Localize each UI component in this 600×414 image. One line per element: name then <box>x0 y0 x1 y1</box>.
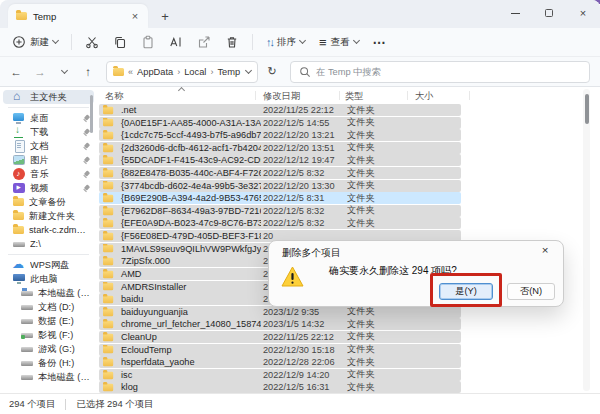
navigation-pane: 主文件夹桌面下载文档图片音乐视频文章备份新建文件夹stark-c.zdm999.… <box>0 87 97 393</box>
breadcrumb-segment[interactable]: Local <box>184 67 206 77</box>
vertical-scrollbar[interactable] <box>583 89 590 391</box>
rename-button[interactable] <box>163 32 189 52</box>
sidebar-item[interactable]: 音乐 <box>3 167 94 181</box>
sidebar-item[interactable]: 此电脑 <box>3 272 94 286</box>
table-row[interactable]: {E7962D8F-8634-49a3-97BD-7216C3...2022/1… <box>99 205 461 217</box>
sidebar-item[interactable]: 主文件夹 <box>3 90 94 104</box>
breadcrumb-segment[interactable]: AppData <box>137 67 173 77</box>
sidebar-item[interactable]: 数据 (E:) <box>3 314 94 328</box>
sidebar-item[interactable]: 文章备份 <box>3 195 94 209</box>
chevron-down-icon[interactable] <box>245 66 252 73</box>
sidebar-item[interactable]: 本地磁盘 (C:) <box>3 286 94 300</box>
view-button[interactable]: ≡ 查看 <box>313 33 365 52</box>
table-row[interactable]: {EFE0A9DA-B023-47c9-8C76-B73033...2022/1… <box>99 217 461 229</box>
table-row[interactable]: baiduyunguanjia2023/1/2 9:35文件夹 <box>99 306 461 318</box>
sidebar-group-divider <box>8 254 89 255</box>
column-header-name[interactable]: 名称 <box>105 90 124 103</box>
type-cell: 文件夹 <box>347 104 413 117</box>
sidebar-item[interactable]: stark-c.zdm999.e <box>3 223 94 237</box>
file-name-cell: {F56E08ED-479D-405D-BEF3-F18526... <box>103 231 261 241</box>
column-headers: 名称 修改日期 类型 大小 <box>97 87 600 104</box>
new-button[interactable]: 新建 <box>6 32 64 52</box>
table-row[interactable]: {55DCADF1-F415-43c9-AC92-CD512...2022/12… <box>99 154 461 166</box>
column-header-date[interactable]: 修改日期 <box>263 90 300 103</box>
delete-button[interactable] <box>219 32 245 52</box>
refresh-button[interactable]: ↻ <box>262 61 282 83</box>
sidebar-item[interactable]: 文档 (D:) <box>3 300 94 314</box>
forward-button[interactable]: → <box>30 61 50 83</box>
up-button[interactable]: ↑ <box>78 61 98 83</box>
pin-icon <box>82 114 90 123</box>
copy-button[interactable] <box>107 32 133 52</box>
sidebar-scrollbar[interactable] <box>90 95 93 133</box>
pc-icon <box>13 273 25 285</box>
sort-button[interactable]: ↑↓ 排序 <box>260 33 311 52</box>
sidebar-item[interactable]: 游戏 (G:) <box>3 342 94 356</box>
share-button[interactable] <box>191 32 217 52</box>
paste-button[interactable] <box>135 32 161 52</box>
sidebar-item[interactable]: 桌面 <box>3 111 94 125</box>
minimize-button[interactable] <box>498 0 532 26</box>
folder-icon <box>103 182 113 190</box>
sidebar-item-label: 文档 <box>30 140 77 153</box>
file-name-text: AMD <box>121 269 141 279</box>
no-button[interactable]: 否(N) <box>507 283 555 300</box>
table-row[interactable]: klog2022/12/5 16:31文件夹 <box>99 381 461 393</box>
folder-icon <box>103 207 113 215</box>
video-icon <box>13 182 25 194</box>
sidebar-item-label: 主文件夹 <box>30 91 90 104</box>
close-button[interactable]: × <box>566 0 600 26</box>
cut-button[interactable] <box>79 32 105 52</box>
maximize-button[interactable] <box>532 0 566 26</box>
column-header-type[interactable]: 类型 <box>345 90 364 103</box>
breadcrumb-crumbs: AppData›Local›Temp <box>137 67 242 77</box>
date-modified-cell: 2022/12/5 8:32 <box>263 168 347 178</box>
sidebar-item[interactable]: 备份 (H:) <box>3 356 94 370</box>
yes-button[interactable]: 是(Y) <box>439 283 493 300</box>
breadcrumb-overflow-icon[interactable]: « <box>128 67 133 77</box>
column-divider[interactable] <box>407 91 408 100</box>
sidebar-item[interactable]: 视频 <box>3 181 94 195</box>
table-row[interactable]: {882E8478-B035-440c-ABF4-F7262D...2022/1… <box>99 167 461 179</box>
table-row[interactable]: chrome_url_fetcher_14080_1587440...2023/… <box>99 318 461 330</box>
search-box[interactable] <box>290 61 590 83</box>
table-row[interactable]: {B69E290B-A394-4a2d-9B53-476596...2022/1… <box>99 192 461 204</box>
sidebar-item[interactable]: 文档 <box>3 139 94 153</box>
type-cell: 文件夹 <box>347 179 413 192</box>
sidebar-item[interactable]: WPS网盘 <box>3 258 94 272</box>
column-divider[interactable] <box>469 91 470 100</box>
dialog-close-icon[interactable]: × <box>536 244 554 260</box>
search-input[interactable] <box>316 67 581 77</box>
column-header-size[interactable]: 大小 <box>415 90 434 103</box>
sidebar-item[interactable]: 本地磁盘 (K:) <box>3 370 94 384</box>
table-row[interactable]: .net2022/11/25 22:12文件夹 <box>99 104 461 116</box>
tab-temp[interactable]: Temp × <box>8 4 148 28</box>
new-tab-button[interactable]: + <box>154 5 176 27</box>
sidebar-item[interactable]: Z:\ <box>3 237 94 251</box>
table-row[interactable]: hsperfdata_yaohe2022/12/28 22:06文件夹 <box>99 356 461 368</box>
folder-icon <box>103 119 113 127</box>
column-divider[interactable] <box>339 91 340 100</box>
sort-ascending-icon <box>178 87 185 94</box>
table-row[interactable]: {2d3260d6-dcfb-4612-acf1-7b42047...2022/… <box>99 142 461 154</box>
table-row[interactable]: {3774bcdb-d602-4e4a-99b5-3e3279...2022/1… <box>99 180 461 192</box>
column-divider[interactable] <box>255 91 256 100</box>
more-options-button[interactable]: ⋯ <box>367 33 392 52</box>
scrollbar-thumb[interactable] <box>585 94 589 124</box>
table-row[interactable]: EcloudTemp2022/12/30 15:18文件夹 <box>99 344 461 356</box>
sidebar-groups: 主文件夹桌面下载文档图片音乐视频文章备份新建文件夹stark-c.zdm999.… <box>0 90 97 384</box>
table-row[interactable]: CleanUp2022/11/25 22:12文件夹 <box>99 331 461 343</box>
table-row[interactable]: isc2022/12/9 14:20文件夹 <box>99 369 461 381</box>
table-row[interactable]: {0A0E15F1-AA85-4000-A31A-13A94...2022/12… <box>99 117 461 129</box>
sidebar-item[interactable]: 影视 (F:) <box>3 328 94 342</box>
sidebar-item[interactable]: 下载 <box>3 125 94 139</box>
file-name-cell: 7ZipSfx.000 <box>103 256 261 266</box>
breadcrumb[interactable]: « AppData›Local›Temp <box>106 61 258 83</box>
history-dropdown-button[interactable] <box>54 61 74 83</box>
tab-close-icon[interactable]: × <box>128 10 142 22</box>
sidebar-item[interactable]: 图片 <box>3 153 94 167</box>
sidebar-item[interactable]: 新建文件夹 <box>3 209 94 223</box>
table-row[interactable]: {1cdc7c75-5ccf-4493-b7f5-a96db79...2022/… <box>99 129 461 141</box>
breadcrumb-segment[interactable]: Temp <box>217 67 240 77</box>
back-button[interactable]: ← <box>6 61 26 83</box>
